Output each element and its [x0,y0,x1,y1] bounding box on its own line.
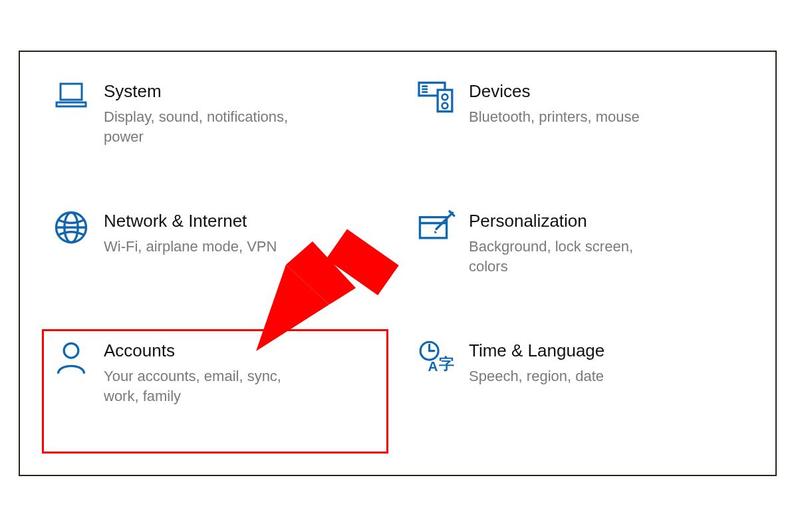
settings-tile-system[interactable]: System Display, sound, notifications, po… [43,70,388,194]
tile-desc: Display, sound, notifications, power [104,107,303,146]
svg-rect-1 [57,102,86,106]
devices-icon [416,80,457,121]
tile-text: Personalization Background, lock screen,… [469,209,668,277]
tile-text: System Display, sound, notifications, po… [104,80,303,147]
globe-icon [51,209,92,251]
tile-desc: Wi-Fi, airplane mode, VPN [104,237,277,257]
tile-text: Time & Language Speech, region, date [469,339,604,386]
settings-tile-personalization[interactable]: Personalization Background, lock screen,… [408,200,753,323]
svg-text:字: 字 [439,355,454,372]
settings-tile-devices[interactable]: Devices Bluetooth, printers, mouse [408,70,753,194]
tile-desc: Bluetooth, printers, mouse [469,107,640,127]
tile-title: Time & Language [469,340,604,361]
time-language-icon: A 字 [416,339,457,380]
tile-text: Accounts Your accounts, email, sync, wor… [104,339,303,406]
tile-title: Personalization [469,211,668,231]
person-icon [51,339,92,380]
tile-desc: Background, lock screen, colors [469,237,668,276]
laptop-icon [51,80,92,121]
settings-tile-accounts[interactable]: Accounts Your accounts, email, sync, wor… [43,330,388,453]
settings-tile-time-language[interactable]: A 字 Time & Language Speech, region, date [408,330,753,453]
settings-grid: System Display, sound, notifications, po… [20,52,775,475]
svg-rect-12 [420,217,446,238]
settings-panel: System Display, sound, notifications, po… [19,51,777,476]
svg-rect-0 [61,84,82,100]
tile-title: Accounts [104,340,303,361]
tile-desc: Speech, region, date [469,366,604,386]
tile-title: Network & Internet [104,211,277,231]
personalize-icon [416,209,457,251]
tile-title: System [104,81,303,102]
svg-text:A: A [428,358,438,374]
tile-title: Devices [469,81,640,102]
tile-text: Devices Bluetooth, printers, mouse [469,80,640,127]
settings-tile-network[interactable]: Network & Internet Wi-Fi, airplane mode,… [43,200,388,323]
tile-text: Network & Internet Wi-Fi, airplane mode,… [104,209,277,257]
tile-desc: Your accounts, email, sync, work, family [104,366,303,406]
svg-point-14 [64,343,78,358]
